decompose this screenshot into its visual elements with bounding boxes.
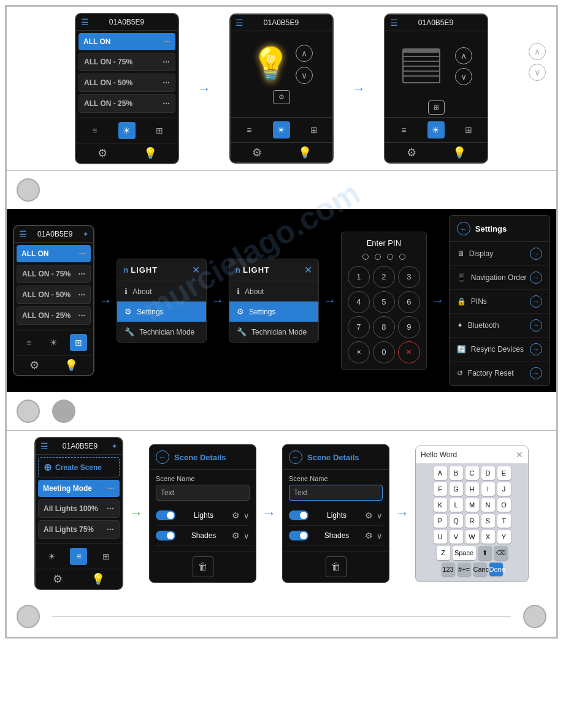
blinds-settings-btn[interactable]: ⊞ — [428, 100, 445, 115]
menu-2-settings[interactable]: ⚙ Settings — [229, 301, 318, 322]
key-u[interactable]: U — [434, 530, 447, 544]
popup-1-close[interactable]: ✕ — [192, 264, 200, 276]
shades-chevron-1[interactable]: ∨ — [243, 531, 250, 540]
scene-item-75[interactable]: ALL ON - 75% ··· — [79, 53, 175, 71]
pin-key-2[interactable]: 2 — [373, 266, 395, 288]
blinds-up-btn-2[interactable]: ∧ — [455, 47, 472, 64]
blinds-down-btn-2[interactable]: ∨ — [455, 68, 472, 85]
lights-chevron-2[interactable]: ∨ — [377, 511, 383, 520]
nav-r2-grid[interactable]: ⊞ — [70, 334, 87, 351]
key-shift[interactable]: ⬆ — [478, 546, 492, 560]
dots-r3-75[interactable]: ··· — [107, 525, 114, 534]
settings-factory-reset[interactable]: ↺ Factory Reset → — [450, 362, 550, 385]
settings-toolbar-icon-2[interactable]: ⚙ — [252, 146, 262, 159]
light-toolbar-icon-3[interactable]: 💡 — [453, 146, 466, 159]
nav-r3-list[interactable]: ≡ — [70, 548, 87, 565]
key-b[interactable]: B — [450, 466, 463, 480]
key-j[interactable]: J — [497, 482, 511, 496]
key-y[interactable]: Y — [497, 530, 511, 544]
scene-r3-100[interactable]: All Lights 100% ··· — [38, 499, 120, 518]
scene-r2-75[interactable]: ALL ON - 75% ··· — [17, 265, 91, 283]
light-toolbar-icon[interactable]: 💡 — [144, 146, 157, 160]
light-toolbar-icon-2[interactable]: 💡 — [298, 146, 312, 159]
key-cancel[interactable]: Cancel — [473, 563, 487, 576]
keyboard-clear-btn[interactable]: ✕ — [516, 450, 523, 460]
dots-button-r2[interactable]: ··· — [79, 249, 86, 259]
delete-btn-2[interactable]: 🗑 — [326, 556, 347, 577]
hamburger-icon-r2[interactable]: ☰ — [19, 229, 27, 239]
menu-1-technician[interactable]: 🔧 Technician Mode — [117, 322, 206, 342]
decrease-btn[interactable]: ∨ — [296, 67, 313, 84]
key-123[interactable]: 123 — [442, 563, 455, 576]
hamburger-icon-2[interactable]: ☰ — [236, 18, 243, 28]
hamburger-icon-3[interactable]: ☰ — [390, 18, 398, 28]
settings-resync[interactable]: 🔄 Resync Devices → — [450, 338, 550, 362]
scene-r2-all-on[interactable]: ALL ON ··· — [17, 245, 91, 262]
lights-chevron-1[interactable]: ∨ — [243, 511, 250, 520]
key-m[interactable]: M — [465, 498, 479, 512]
pin-key-3[interactable]: 3 — [398, 266, 420, 288]
dots-button[interactable]: ··· — [163, 99, 170, 108]
shades-chevron-2[interactable]: ∨ — [377, 531, 383, 540]
scene-name-input-2[interactable] — [289, 485, 383, 501]
dots-r2-75[interactable]: ··· — [79, 269, 86, 279]
scene-r2-25[interactable]: ALL ON - 25% ··· — [17, 306, 91, 325]
dots-r3-meeting[interactable]: ··· — [107, 483, 115, 493]
dots-button[interactable]: ··· — [163, 78, 170, 88]
key-a[interactable]: A — [434, 466, 447, 480]
pin-key-6[interactable]: 6 — [398, 291, 420, 313]
settings-r2-icon[interactable]: ⚙ — [29, 358, 39, 372]
pin-key-1[interactable]: 1 — [348, 266, 370, 288]
nav-scenes-icon-2[interactable]: ≡ — [240, 121, 258, 138]
pin-key-5[interactable]: 5 — [373, 291, 395, 313]
lights-toggle-2[interactable] — [289, 510, 308, 520]
dots-button[interactable]: ··· — [163, 37, 170, 47]
lights-gear-icon-1[interactable]: ⚙ — [232, 510, 240, 520]
popup-2-close[interactable]: ✕ — [304, 264, 312, 276]
dots-r3-100[interactable]: ··· — [107, 504, 114, 514]
settings-r3-icon[interactable]: ⚙ — [53, 572, 63, 586]
lights-gear-icon-2[interactable]: ⚙ — [365, 510, 373, 520]
key-t[interactable]: T — [497, 514, 511, 528]
shades-toggle-1[interactable] — [156, 531, 175, 540]
nav-r3-lights[interactable]: ☀ — [43, 548, 60, 565]
scene-item-all-on[interactable]: ALL ON ··· — [79, 33, 175, 50]
nav-scenes-icon-3[interactable]: ≡ — [395, 121, 412, 138]
key-h[interactable]: H — [465, 482, 479, 496]
key-r[interactable]: R — [465, 514, 479, 528]
menu-2-about[interactable]: ℹ About — [229, 281, 318, 301]
key-f[interactable]: F — [434, 482, 447, 496]
scene-back-btn-1[interactable]: ← — [156, 450, 169, 464]
key-space[interactable]: Space — [453, 546, 476, 560]
key-s[interactable]: S — [481, 514, 495, 528]
key-z[interactable]: Z — [437, 546, 450, 560]
key-i[interactable]: I — [481, 482, 495, 496]
key-g[interactable]: G — [450, 482, 463, 496]
delete-btn-1[interactable]: 🗑 — [193, 556, 213, 577]
settings-toolbar-icon[interactable]: ⚙ — [98, 146, 107, 160]
menu-1-settings[interactable]: ⚙ Settings — [117, 301, 206, 322]
pin-key-8[interactable]: 8 — [373, 316, 395, 338]
settings-toolbar-icon-3[interactable]: ⚙ — [407, 146, 416, 159]
shades-toggle-2[interactable] — [289, 531, 308, 540]
shades-gear-icon-1[interactable]: ⚙ — [232, 531, 240, 540]
hamburger-icon[interactable]: ☰ — [81, 17, 89, 27]
nav-r3-grid[interactable]: ⊞ — [98, 548, 115, 565]
scene-r3-meeting[interactable]: Meeting Mode ··· — [38, 480, 120, 497]
shades-gear-icon-2[interactable]: ⚙ — [365, 531, 373, 540]
key-backspace[interactable]: ⌫ — [494, 546, 508, 560]
scene-settings-btn[interactable]: ⚙ — [273, 90, 290, 104]
scene-r3-75[interactable]: All Lights 75% ··· — [38, 520, 120, 539]
key-l[interactable]: L — [450, 498, 463, 512]
key-q[interactable]: Q — [450, 514, 463, 528]
scene-item-50[interactable]: ALL ON - 50% ··· — [79, 74, 175, 92]
dots-r2-25[interactable]: ··· — [79, 311, 86, 320]
pin-key-9[interactable]: 9 — [398, 316, 420, 338]
nav-grid-icon-3[interactable]: ⊞ — [460, 121, 477, 138]
key-o[interactable]: O — [497, 498, 511, 512]
key-v[interactable]: V — [450, 530, 463, 544]
key-x[interactable]: X — [481, 530, 495, 544]
increase-btn[interactable]: ∧ — [296, 45, 313, 62]
key-c[interactable]: C — [465, 466, 479, 480]
lights-toggle-1[interactable] — [156, 510, 175, 520]
